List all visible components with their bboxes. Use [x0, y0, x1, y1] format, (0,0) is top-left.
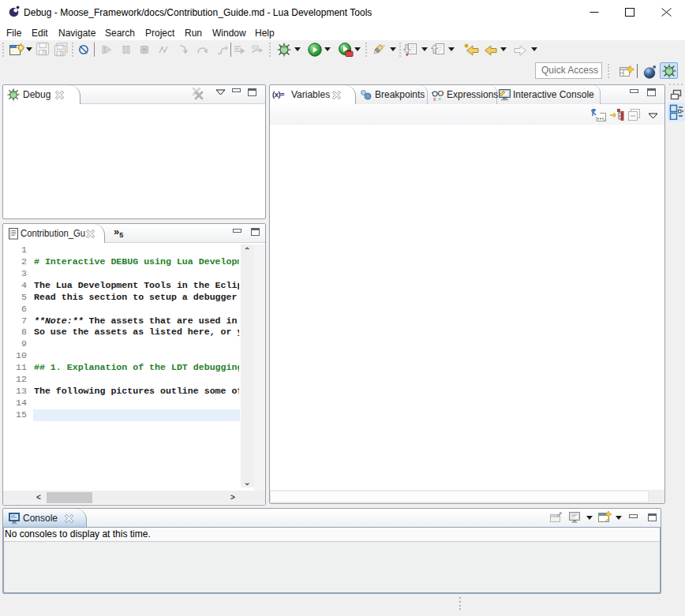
svg-text:=: =	[438, 96, 441, 102]
svg-text:x: x	[433, 96, 436, 102]
